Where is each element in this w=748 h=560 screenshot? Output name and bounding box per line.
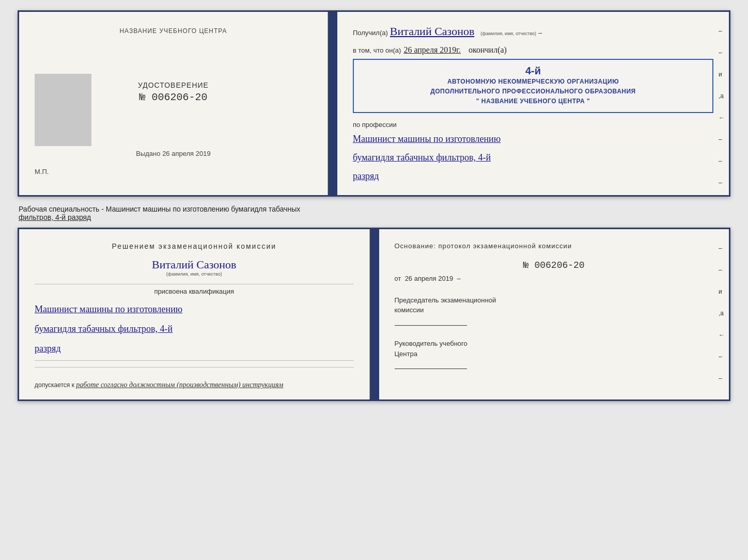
predsedatel-signature-line	[395, 315, 467, 326]
vtom-label: в том, что он(а)	[353, 46, 401, 54]
mark-4: ,а	[719, 92, 725, 100]
photo-placeholder	[35, 74, 91, 146]
profession-line3: разряд	[353, 168, 713, 184]
vtom-line: в том, что он(а) 26 апреля 2019г. окончи…	[353, 45, 713, 55]
protocol-number: № 006206-20	[395, 260, 714, 270]
udostoverenie-label: УДОСТОВЕРЕНИЕ	[138, 81, 209, 89]
between-line2: фильтров, 4-й разряд	[19, 213, 91, 221]
predsedatel-label: Председатель экзаменационной	[395, 295, 714, 306]
mark-8: –	[719, 179, 725, 186]
vydano-date: 26 апреля 2019	[162, 150, 211, 157]
mark-6: –	[719, 136, 725, 143]
vydano-line: Выдано 26 апреля 2019	[136, 150, 210, 157]
mark-2: –	[719, 49, 725, 56]
bottom-cert-right-page: Основание: протокол экзаменационной коми…	[379, 229, 729, 400]
rukovoditel-label: Руководитель учебного	[395, 339, 714, 349]
resheniem-title: Решением экзаменационной комиссии	[35, 242, 354, 250]
dash-1: –	[538, 29, 542, 37]
profession-line2: бумагидля табачных фильтров, 4-й	[353, 149, 713, 166]
ot-label: от	[395, 275, 401, 282]
divider-3	[35, 367, 354, 367]
bottom-book-spine	[370, 229, 379, 400]
predsedatel-block: Председатель экзаменационной комиссии	[395, 295, 714, 329]
divider-2	[35, 360, 354, 361]
prisvoyena-label: присвоена квалификация	[35, 287, 354, 295]
dopuskaetsya-line: допускается к работе согласно должностны…	[35, 381, 354, 389]
bottom-profession-line3: разряд	[35, 340, 354, 357]
ot-dash: –	[457, 275, 460, 282]
bottom-right-sidebar-marks: – – и ,а ← – – –	[719, 245, 725, 404]
mp-label: М.П.	[35, 168, 49, 175]
top-cert-title: НАЗВАНИЕ УЧЕБНОГО ЦЕНТРА	[119, 27, 227, 35]
osnovanie-title: Основание: протокол экзаменационной коми…	[395, 242, 714, 250]
bottom-cert-left-page: Решением экзаменационной комиссии Витали…	[19, 229, 370, 400]
rukovoditel-block: Руководитель учебного Центра	[395, 339, 714, 372]
predsedatel-label2: комиссии	[395, 305, 714, 315]
between-line1: Рабочая специальность - Машинист машины …	[19, 205, 300, 213]
bmark-2: –	[719, 266, 725, 274]
bmark-4: ,а	[719, 310, 725, 317]
bottom-profession-line1: Машинист машины по изготовлению	[35, 300, 354, 318]
right-sidebar-marks: – – и ,а ← – – –	[719, 27, 725, 186]
fio-subtitle: (фамилия, имя, отчество)	[480, 31, 536, 36]
bmark-3: и	[719, 288, 725, 295]
po-professii-label: по профессии	[353, 121, 713, 129]
mark-1: –	[719, 27, 725, 35]
recipient-name: Виталий Сазонов	[390, 25, 474, 38]
dopuskaetsya-label: допускается к	[35, 381, 74, 389]
stamp-big-number: 4-й	[360, 65, 706, 77]
stamp-block: 4-й АВТОНОМНУЮ НЕКОММЕРЧЕСКУЮ ОРГАНИЗАЦИ…	[353, 59, 713, 113]
book-spine	[328, 12, 337, 195]
vtom-date: 26 апреля 2019г.	[403, 45, 461, 55]
bmark-5: ←	[719, 331, 725, 339]
mark-3: и	[719, 71, 725, 78]
stamp-line2: ДОПОЛНИТЕЛЬНОГО ПРОФЕССИОНАЛЬНОГО ОБРАЗО…	[360, 87, 706, 97]
ot-line: от 26 апреля 2019 –	[395, 275, 714, 282]
rukovoditel-signature-line	[395, 359, 467, 369]
bmark-6: –	[719, 353, 725, 360]
stamp-name: " НАЗВАНИЕ УЧЕБНОГО ЦЕНТРА "	[360, 97, 706, 106]
poluchil-label: Получил(а)	[353, 29, 388, 37]
udostoverenie-number: № 006206-20	[138, 91, 209, 103]
bottom-profession-line2: бумагидля табачных фильтров, 4-й	[35, 320, 354, 338]
bottom-recipient-name: Виталий Сазонов	[35, 258, 354, 271]
divider-1	[35, 284, 354, 284]
bottom-certificate: Решением экзаменационной комиссии Витали…	[18, 228, 730, 402]
mark-5: ←	[719, 114, 725, 121]
okonchil-label: окончил(а)	[469, 45, 507, 55]
vydano-label: Выдано	[136, 150, 160, 157]
bmark-1: –	[719, 245, 725, 252]
between-text-block: Рабочая специальность - Машинист машины …	[18, 202, 730, 222]
udostoverenie-block: УДОСТОВЕРЕНИЕ № 006206-20	[138, 81, 209, 103]
top-cert-right-page: Получил(а) Виталий Сазонов (фамилия, имя…	[337, 12, 729, 195]
top-cert-left-page: НАЗВАНИЕ УЧЕБНОГО ЦЕНТРА УДОСТОВЕРЕНИЕ №…	[19, 12, 328, 195]
poluchil-line: Получил(а) Виталий Сазонов (фамилия, имя…	[353, 25, 713, 38]
profession-line1: Машинист машины по изготовлению	[353, 131, 713, 147]
bottom-fio-subtitle: (фамилия, имя, отчество)	[35, 271, 354, 277]
stamp-line1: АВТОНОМНУЮ НЕКОММЕРЧЕСКУЮ ОРГАНИЗАЦИЮ	[360, 77, 706, 87]
ot-date: 26 апреля 2019	[405, 275, 454, 282]
mark-7: –	[719, 157, 725, 165]
bmark-7: –	[719, 375, 725, 382]
dopuskaetsya-value: работе согласно должностным (производств…	[76, 381, 283, 389]
top-certificate: НАЗВАНИЕ УЧЕБНОГО ЦЕНТРА УДОСТОВЕРЕНИЕ №…	[18, 10, 730, 197]
bmark-8: –	[719, 396, 725, 404]
rukovoditel-label2: Центра	[395, 349, 714, 359]
